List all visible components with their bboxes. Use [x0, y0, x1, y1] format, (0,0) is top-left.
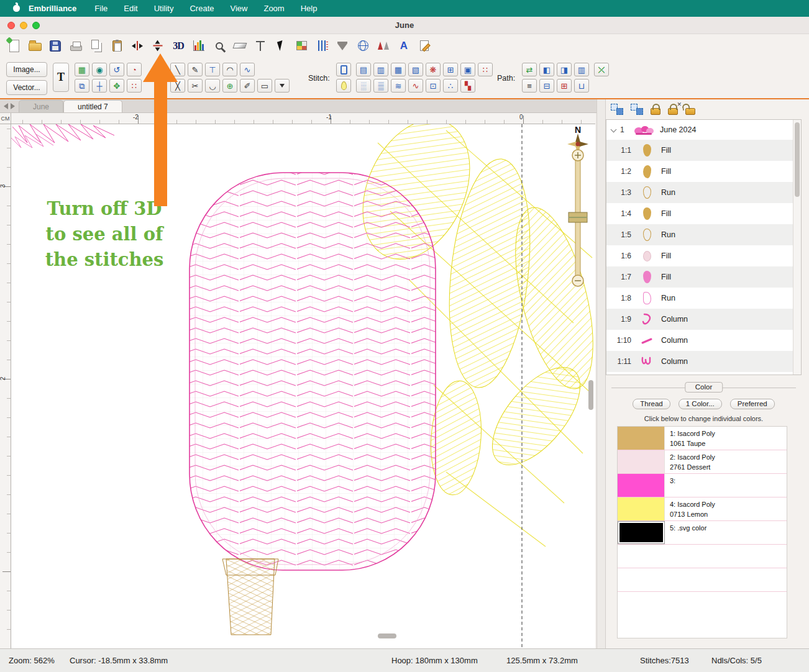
- path-option-7-button[interactable]: ⊞: [557, 79, 572, 93]
- canvas-vertical-scrollbar[interactable]: [588, 380, 593, 410]
- color-swatch[interactable]: [618, 474, 665, 497]
- show-hide-button[interactable]: ◉: [92, 63, 107, 76]
- measure-tool-icon[interactable]: [232, 38, 248, 54]
- pull-comp-icon[interactable]: [334, 38, 350, 54]
- tree-scrollbar[interactable]: [793, 120, 801, 375]
- color-row[interactable]: 2: Isacord Poly2761 Dessert: [618, 450, 787, 474]
- object-row[interactable]: 1:9 Column: [606, 309, 793, 330]
- object-row[interactable]: 1:7 Fill: [606, 266, 793, 288]
- lettering-tool-icon[interactable]: A: [396, 38, 412, 54]
- rotate-left-button[interactable]: ↺: [109, 63, 124, 76]
- stitch-pattern-6-button[interactable]: ⊞: [443, 63, 458, 76]
- menu-app-name[interactable]: Embrilliance: [29, 4, 76, 13]
- baste-tool-icon[interactable]: [252, 38, 268, 54]
- duplicate-button[interactable]: ⧉: [75, 79, 89, 93]
- path-option-4-button[interactable]: ▥: [574, 63, 589, 76]
- disclosure-triangle-icon[interactable]: [611, 126, 617, 132]
- stitch-pattern-5-button[interactable]: ❋: [426, 63, 441, 76]
- group-icon[interactable]: [611, 104, 623, 115]
- print-icon[interactable]: [68, 38, 84, 54]
- thread-button[interactable]: Thread: [633, 399, 670, 409]
- stitch-pattern-1-button[interactable]: ▤: [356, 63, 371, 76]
- copy-icon[interactable]: [88, 38, 104, 54]
- apple-menu[interactable]: [9, 5, 24, 12]
- color-swatch[interactable]: [618, 450, 665, 473]
- swap-ends-button[interactable]: ⤫: [594, 63, 609, 76]
- show-grid-button[interactable]: ▦: [75, 63, 89, 76]
- tree-scrollbar-thumb[interactable]: [795, 122, 800, 197]
- canvas-horizontal-scrollbar[interactable]: [378, 633, 396, 638]
- stitch-pattern-2-button[interactable]: ▥: [373, 63, 388, 76]
- tab-untitled-7[interactable]: untitled 7: [63, 100, 122, 112]
- thread-cones-icon[interactable]: [375, 38, 391, 54]
- minimize-button[interactable]: [20, 22, 27, 29]
- scissors-tool[interactable]: ✂: [188, 79, 203, 93]
- object-row[interactable]: 1:5 Run: [606, 224, 793, 245]
- zoom-tool-icon[interactable]: [211, 38, 227, 54]
- color-tab[interactable]: Color: [685, 382, 723, 393]
- tab-june[interactable]: June: [19, 100, 63, 112]
- object-row[interactable]: 1:8 Run: [606, 288, 793, 309]
- move-design-button[interactable]: ✥: [109, 79, 124, 93]
- menu-zoom[interactable]: Zoom: [263, 4, 284, 13]
- curve-tool[interactable]: ∿: [240, 63, 255, 76]
- path-option-6-button[interactable]: ⊟: [539, 79, 554, 93]
- lock-x-icon[interactable]: [668, 108, 678, 115]
- one-color-button[interactable]: 1 Color...: [679, 399, 722, 409]
- pen-tool[interactable]: ✎: [188, 63, 203, 76]
- stitch-pattern-8-button[interactable]: ∷: [478, 63, 493, 76]
- rotate-clock-button[interactable]: ◔: [127, 63, 142, 76]
- unlock-icon[interactable]: [685, 108, 695, 115]
- arc-tool[interactable]: ◠: [222, 63, 237, 76]
- tab-next-icon[interactable]: [11, 103, 15, 109]
- zoom-in-button[interactable]: [572, 150, 583, 161]
- wireframe-globe-icon[interactable]: [355, 38, 371, 54]
- tab-prev-icon[interactable]: [4, 103, 8, 109]
- stitch-pattern-12-button[interactable]: ∿: [408, 79, 423, 93]
- color-swatch[interactable]: [618, 521, 665, 544]
- color-swatch[interactable]: [618, 497, 665, 520]
- stitch-pattern-3-button[interactable]: ▦: [391, 63, 406, 76]
- object-row[interactable]: 1:2 Fill: [606, 161, 793, 182]
- stitch-pattern-7-button[interactable]: ▣: [460, 63, 475, 76]
- stitch-pattern-14-button[interactable]: ∴: [443, 79, 458, 93]
- menu-edit[interactable]: Edit: [124, 4, 137, 13]
- pencil-tool[interactable]: ✐: [240, 79, 255, 93]
- open-icon[interactable]: [27, 38, 43, 54]
- stitch-pattern-15-button[interactable]: ▚: [460, 79, 475, 93]
- color-swatch[interactable]: [618, 427, 665, 450]
- pointer-tool-icon[interactable]: [273, 38, 289, 54]
- color-row[interactable]: 4: Isacord Poly0713 Lemon: [618, 497, 787, 521]
- stitch-pattern-10-button[interactable]: ▒: [373, 79, 388, 93]
- close-button[interactable]: [7, 22, 15, 29]
- paste-icon[interactable]: [109, 38, 125, 54]
- center-design-button[interactable]: ┼: [92, 79, 107, 93]
- path-option-8-button[interactable]: ⊔: [574, 79, 589, 93]
- 3d-toggle-button[interactable]: 3D: [170, 38, 186, 54]
- new-design-icon[interactable]: [6, 38, 22, 54]
- color-row[interactable]: 1: Isacord Poly1061 Taupe: [618, 427, 787, 450]
- menu-utility[interactable]: Utility: [154, 4, 174, 13]
- stitch-style-dropdown[interactable]: [275, 79, 290, 93]
- stitch-pattern-4-button[interactable]: ▧: [408, 63, 423, 76]
- properties-icon[interactable]: [293, 38, 309, 54]
- menu-help[interactable]: Help: [301, 4, 318, 13]
- path-option-2-button[interactable]: ◧: [539, 63, 554, 76]
- object-row[interactable]: 1:3 Run: [606, 182, 793, 203]
- image-button[interactable]: Image...: [6, 62, 47, 77]
- path-option-3-button[interactable]: ◨: [557, 63, 572, 76]
- maximize-button[interactable]: [32, 22, 40, 29]
- menu-create[interactable]: Create: [190, 4, 214, 13]
- mirror-horizontal-icon[interactable]: [129, 38, 145, 54]
- vector-button[interactable]: Vector...: [6, 80, 47, 95]
- menu-file[interactable]: File: [94, 4, 107, 13]
- preferred-button[interactable]: Preferred: [730, 399, 775, 409]
- lock-icon[interactable]: [651, 108, 660, 115]
- color-order-button[interactable]: ∷: [127, 79, 142, 93]
- arc-lower-tool[interactable]: ◡: [205, 79, 220, 93]
- object-row[interactable]: 1:10 Column: [606, 330, 793, 351]
- color-row[interactable]: 3:: [618, 474, 787, 497]
- menu-view[interactable]: View: [230, 4, 247, 13]
- fill-type-button[interactable]: [336, 63, 351, 76]
- object-row[interactable]: 1:4 Fill: [606, 203, 793, 224]
